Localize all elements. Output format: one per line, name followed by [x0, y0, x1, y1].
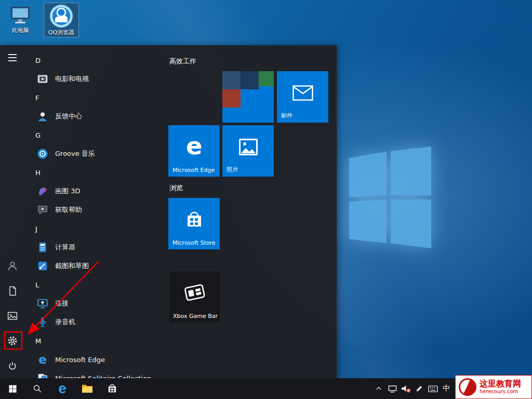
app-list-item-calculator[interactable]: 计算器 — [25, 238, 168, 257]
pictures-button[interactable] — [0, 303, 25, 328]
file-explorer-icon — [82, 383, 93, 394]
taskbar-search-button[interactable] — [25, 378, 50, 399]
app-list-item-snip-sketch[interactable]: 截图和草图 — [25, 257, 168, 275]
pen-icon — [415, 384, 423, 393]
voice-recorder-icon — [35, 315, 50, 329]
app-label: 反馈中心 — [55, 112, 82, 121]
system-tray: 中 — [372, 378, 453, 399]
movies-tv-icon — [35, 72, 50, 86]
desktop-icon-label: QQ浏览器 — [48, 30, 74, 36]
taskbar-edge-button[interactable]: e — [50, 378, 75, 399]
tile-photos[interactable]: 照片 — [222, 125, 274, 177]
tray-pen-icon[interactable] — [413, 378, 426, 399]
watermark-site-url: herecours.com — [480, 389, 521, 395]
windows-start-icon — [8, 384, 17, 393]
network-display-icon — [388, 384, 397, 393]
gear-icon — [7, 335, 18, 347]
app-list-item-get-help[interactable]: 获取帮助 — [25, 201, 168, 219]
app-label: 录音机 — [55, 317, 75, 327]
groove-music-icon — [35, 147, 50, 161]
chevron-up-icon — [375, 385, 382, 392]
app-list-section-header[interactable]: D — [25, 51, 168, 70]
app-list-item-movies-tv[interactable]: 电影和电视 — [25, 70, 168, 88]
app-label: 计算器 — [55, 243, 75, 252]
watermark-site-name: 这里教育网 — [480, 379, 521, 389]
app-label: 获取帮助 — [55, 205, 82, 215]
keyboard-icon — [428, 385, 438, 393]
app-list-section-header[interactable]: J — [25, 219, 168, 238]
connect-icon — [35, 296, 50, 311]
power-button[interactable] — [0, 353, 25, 378]
app-label: 连接 — [55, 299, 69, 308]
tray-show-hidden-icons-button[interactable] — [372, 378, 385, 399]
app-list-section-header[interactable]: M — [25, 331, 168, 350]
tile-label: Microsoft Store — [172, 240, 216, 246]
start-menu-rail — [0, 45, 25, 378]
tray-network-icon[interactable] — [385, 378, 399, 399]
taskbar-file-explorer-button[interactable] — [75, 378, 100, 399]
tile-xbox-game-bar[interactable]: Xbox Game Bar — [168, 271, 221, 323]
tile-mail[interactable]: 邮件 — [277, 71, 328, 123]
paint-3d-icon — [35, 184, 50, 198]
app-list-section-header[interactable]: F — [25, 88, 168, 107]
tile-folder-square — [222, 89, 241, 108]
hamburger-icon — [7, 52, 18, 63]
app-list-item-solitaire[interactable]: Microsoft Solitaire Collection — [25, 369, 168, 378]
taskbar-store-button[interactable] — [100, 378, 125, 399]
tile-group-title-productivity[interactable]: 高效工作 — [169, 57, 196, 66]
watermark-logo — [459, 378, 476, 396]
tile-group-title-browse[interactable]: 浏览 — [169, 183, 183, 193]
tile-microsoft-store[interactable]: Microsoft Store — [168, 198, 220, 249]
document-icon — [7, 286, 18, 296]
desktop-icon-this-pc[interactable]: 此电脑 — [3, 5, 37, 34]
user-account-button[interactable] — [0, 254, 25, 278]
tile-folder-square — [222, 71, 241, 89]
solitaire-icon — [35, 371, 50, 378]
start-menu-tiles: 高效工作 邮件 e Microsoft Edge — [168, 45, 337, 378]
desktop-icon-label: 此电脑 — [12, 28, 29, 34]
mail-icon — [292, 85, 313, 101]
tile-label: Xbox Game Bar — [173, 313, 218, 320]
app-label: Microsoft Solitaire Collection — [55, 375, 151, 379]
edge-icon: e — [186, 134, 202, 158]
store-icon — [107, 383, 117, 394]
qq-browser-icon — [49, 4, 73, 28]
app-list-item-voice-recorder[interactable]: 录音机 — [25, 313, 168, 331]
app-list-section-header[interactable]: G — [25, 126, 168, 144]
app-list-item-groove-music[interactable]: Groove 音乐 — [25, 144, 168, 163]
tile-label: 邮件 — [281, 112, 292, 119]
tile-folder-square — [259, 71, 274, 86]
app-label: Groove 音乐 — [55, 149, 95, 158]
tile-folder-square — [241, 71, 259, 89]
photos-icon — [238, 138, 258, 156]
get-help-icon — [35, 203, 50, 217]
app-list-section-header[interactable]: H — [25, 163, 168, 182]
store-icon — [185, 210, 204, 229]
app-list-item-connect[interactable]: 连接 — [25, 294, 168, 313]
app-label: 画图 3D — [55, 187, 80, 196]
tray-volume-muted-icon[interactable] — [399, 378, 413, 399]
app-list-item-feedback-hub[interactable]: 反馈中心 — [25, 107, 168, 126]
desktop-icon-qq-browser[interactable]: QQ浏览器 — [44, 3, 78, 37]
start-menu: D 电影和电视 F 反馈中心 G Groove 音乐 — [0, 45, 337, 378]
edge-icon: e — [58, 382, 66, 396]
windows-logo-wallpaper — [349, 147, 431, 248]
windows-desktop: 此电脑 QQ浏览器 — [0, 0, 532, 399]
calculator-icon — [35, 240, 50, 255]
xbox-game-bar-icon — [184, 283, 206, 303]
app-list-section-header[interactable]: L — [25, 275, 168, 294]
tile-microsoft-edge[interactable]: e Microsoft Edge — [168, 125, 220, 177]
start-button[interactable] — [0, 378, 25, 399]
app-label: 电影和电视 — [55, 74, 89, 84]
start-menu-rail-bottom — [0, 254, 25, 378]
this-pc-icon — [9, 5, 32, 26]
tray-touch-keyboard-icon[interactable] — [426, 378, 440, 399]
documents-button[interactable] — [0, 278, 25, 303]
start-menu-expand-button[interactable] — [0, 46, 25, 69]
snip-sketch-icon — [35, 259, 50, 273]
tray-ime-indicator[interactable]: 中 — [440, 378, 453, 399]
app-list-item-paint-3d[interactable]: 画图 3D — [25, 182, 168, 201]
settings-button[interactable] — [0, 328, 25, 353]
app-list-item-microsoft-edge[interactable]: e Microsoft Edge — [25, 350, 168, 369]
tile-folder-colors[interactable] — [222, 71, 274, 123]
